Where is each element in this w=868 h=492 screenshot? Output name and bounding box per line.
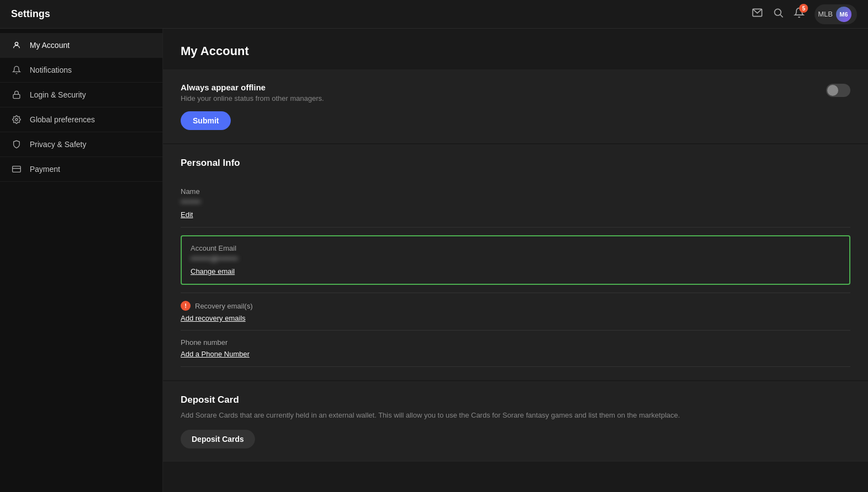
sidebar-item-my-account[interactable]: My Account [0, 33, 162, 58]
sidebar-item-notifications[interactable]: Notifications [0, 58, 162, 83]
account-email-row: Account Email ••••••••@•••••••• Change e… [181, 228, 850, 293]
deposit-card-description: Add Sorare Cards that are currently held… [181, 410, 850, 421]
personal-info-section: Personal Info Name •••••••• Edit Account… [163, 144, 868, 380]
user-label: MLB [818, 10, 833, 18]
name-row: Name •••••••• Edit [181, 180, 850, 228]
sidebar-label-login-security: Login & Security [30, 90, 86, 99]
bell-icon [11, 66, 22, 74]
offline-heading: Always appear offline [181, 83, 324, 92]
svg-point-3 [15, 42, 18, 45]
name-value: •••••••• [181, 198, 850, 206]
change-email-link[interactable]: Change email [191, 267, 235, 275]
topbar-title: Settings [11, 8, 50, 20]
main-content: My Account Always appear offline Hide yo… [163, 29, 868, 492]
offline-section: Always appear offline Hide your online s… [163, 69, 868, 143]
recovery-header: ! Recovery email(s) [181, 301, 850, 311]
name-label: Name [181, 187, 850, 196]
gear-icon [11, 115, 22, 124]
notification-badge: 5 [799, 4, 808, 13]
sidebar-label-privacy-safety: Privacy & Safety [30, 140, 86, 149]
deposit-cards-button[interactable]: Deposit Cards [181, 430, 255, 448]
personal-info-title: Personal Info [181, 158, 850, 169]
notification-bell-icon[interactable]: 5 [794, 7, 805, 21]
sidebar-item-privacy-safety[interactable]: Privacy & Safety [0, 132, 162, 157]
sidebar-label-global-preferences: Global preferences [30, 115, 95, 124]
offline-toggle[interactable] [826, 84, 850, 97]
svg-rect-4 [13, 94, 20, 98]
account-email-box: Account Email ••••••••@•••••••• Change e… [181, 235, 850, 285]
phone-row: Phone number Add a Phone Number [181, 331, 850, 367]
add-phone-link[interactable]: Add a Phone Number [181, 350, 249, 358]
person-icon [11, 41, 22, 50]
page-title: My Account [163, 29, 868, 69]
recovery-email-row: ! Recovery email(s) Add recovery emails [181, 293, 850, 331]
user-avatar[interactable]: MLB M6 [815, 4, 857, 24]
svg-point-5 [15, 118, 18, 121]
toggle-row: Always appear offline Hide your online s… [181, 83, 850, 102]
avatar-initials: M6 [836, 7, 851, 22]
sidebar-item-payment[interactable]: Payment [0, 157, 162, 182]
warning-icon: ! [181, 301, 191, 311]
deposit-card-title: Deposit Card [181, 394, 850, 406]
svg-rect-6 [13, 166, 21, 172]
offline-description: Hide your online status from other manag… [181, 94, 324, 102]
account-email-label: Account Email [191, 244, 840, 252]
sidebar-label-notifications: Notifications [30, 66, 72, 74]
add-recovery-emails-link[interactable]: Add recovery emails [181, 314, 850, 322]
svg-line-2 [780, 15, 783, 18]
card-icon [11, 165, 22, 174]
search-icon[interactable] [773, 7, 784, 21]
sidebar-item-login-security[interactable]: Login & Security [0, 83, 162, 107]
phone-label: Phone number [181, 338, 850, 347]
edit-name-link[interactable]: Edit [181, 210, 193, 219]
toggle-text: Always appear offline Hide your online s… [181, 83, 324, 102]
shield-icon [11, 140, 22, 149]
mail-icon[interactable] [752, 7, 763, 21]
topbar-right: 5 MLB M6 [752, 4, 857, 24]
submit-button[interactable]: Submit [181, 111, 231, 130]
deposit-card-section: Deposit Card Add Sorare Cards that are c… [163, 381, 868, 462]
account-email-value: ••••••••@•••••••• [191, 255, 840, 263]
recovery-label: Recovery email(s) [195, 302, 253, 310]
sidebar-label-my-account: My Account [30, 41, 69, 50]
lock-icon [11, 90, 22, 99]
svg-point-1 [775, 9, 782, 15]
topbar: Settings 5 MLB M6 [0, 0, 868, 29]
layout: My Account Notifications Login & Securit… [0, 29, 868, 492]
sidebar-item-global-preferences[interactable]: Global preferences [0, 107, 162, 132]
sidebar: My Account Notifications Login & Securit… [0, 29, 163, 492]
sidebar-label-payment: Payment [30, 165, 60, 174]
